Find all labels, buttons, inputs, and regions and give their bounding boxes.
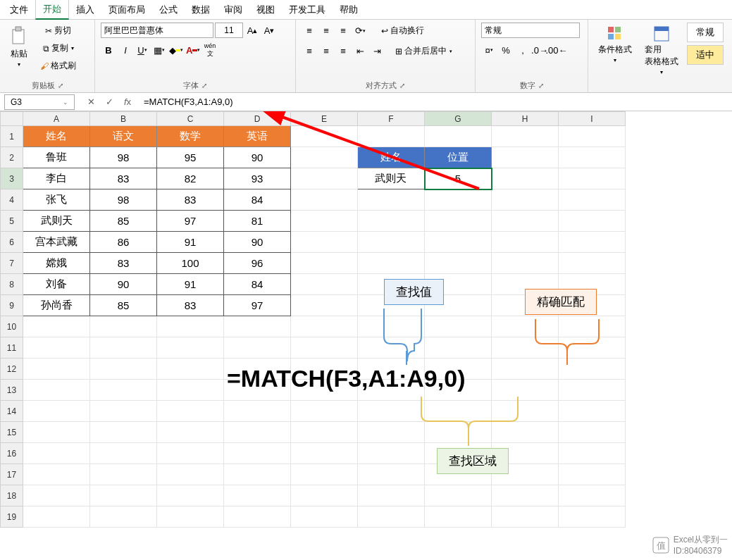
fx-icon[interactable]: fx (120, 94, 135, 110)
cell-B13[interactable] (90, 380, 157, 401)
row-header-12[interactable]: 12 (1, 359, 23, 380)
cell-H1[interactable] (492, 126, 559, 147)
menu-insert[interactable]: 插入 (69, 1, 101, 19)
cell-I19[interactable] (559, 506, 626, 528)
menu-review[interactable]: 审阅 (217, 1, 249, 19)
cell-I1[interactable] (559, 126, 626, 147)
row-header-18[interactable]: 18 (1, 485, 23, 506)
cell-C11[interactable] (157, 337, 224, 359)
cell-A13[interactable] (23, 380, 90, 401)
cell-B15[interactable] (90, 422, 157, 443)
cell-E14[interactable] (291, 401, 358, 422)
cell-H14[interactable] (492, 401, 559, 422)
cell-D11[interactable] (224, 337, 291, 359)
conditional-format-button[interactable]: 条件格式▾ (594, 23, 636, 66)
cell-I12[interactable] (559, 359, 626, 380)
font-launcher-icon[interactable]: ⤢ (201, 82, 207, 89)
cell-style-normal[interactable]: 常规 (687, 23, 724, 42)
menu-help[interactable]: 帮助 (333, 1, 365, 19)
row-header-15[interactable]: 15 (1, 422, 23, 443)
bold-button[interactable]: B (101, 42, 116, 58)
cell-I3[interactable] (559, 168, 626, 189)
cell-F19[interactable] (358, 506, 425, 528)
cancel-formula-icon[interactable]: ✕ (83, 94, 99, 110)
cell-H11[interactable] (492, 337, 559, 359)
format-painter-button[interactable]: 🖌 格式刷 (37, 58, 80, 74)
confirm-formula-icon[interactable]: ✓ (101, 94, 117, 110)
cell-E17[interactable] (291, 464, 358, 485)
cell-D19[interactable] (224, 506, 291, 528)
comma-icon[interactable]: , (515, 42, 531, 58)
cell-C9[interactable]: 83 (157, 295, 224, 316)
menu-layout[interactable]: 页面布局 (101, 1, 152, 19)
cell-B11[interactable] (90, 337, 157, 359)
percent-icon[interactable]: % (498, 42, 514, 58)
currency-icon[interactable]: ¤▾ (481, 42, 497, 58)
cell-D10[interactable] (224, 316, 291, 337)
name-box[interactable]: G3⌄ (4, 94, 75, 110)
row-header-9[interactable]: 9 (1, 295, 23, 316)
cell-I18[interactable] (559, 485, 626, 506)
decrease-font-icon[interactable]: A▾ (261, 23, 277, 38)
cell-I10[interactable] (559, 316, 626, 337)
align-left-icon[interactable]: ≡ (302, 44, 317, 59)
orientation-icon[interactable]: ⟳▾ (352, 23, 368, 39)
increase-font-icon[interactable]: A▴ (244, 23, 260, 38)
menu-data[interactable]: 数据 (185, 1, 217, 19)
cell-H5[interactable] (492, 211, 559, 232)
cell-G11[interactable] (425, 337, 492, 359)
cell-C18[interactable] (157, 485, 224, 506)
cell-B12[interactable] (90, 359, 157, 380)
cell-I6[interactable] (559, 232, 626, 253)
align-launcher-icon[interactable]: ⤢ (399, 82, 405, 89)
menu-view[interactable]: 视图 (249, 1, 282, 19)
formula-input[interactable] (139, 94, 732, 110)
cell-I16[interactable] (559, 443, 626, 464)
cell-A12[interactable] (23, 359, 90, 380)
cell-D18[interactable] (224, 485, 291, 506)
cell-B19[interactable] (90, 506, 157, 528)
cell-E16[interactable] (291, 443, 358, 464)
cell-C10[interactable] (157, 316, 224, 337)
cell-C16[interactable] (157, 443, 224, 464)
cell-F16[interactable] (358, 443, 425, 464)
cell-G10[interactable] (425, 316, 492, 337)
clipboard-launcher-icon[interactable]: ⤢ (58, 82, 63, 89)
cell-H18[interactable] (492, 485, 559, 506)
cell-C13[interactable] (157, 380, 224, 401)
cell-C19[interactable] (157, 506, 224, 528)
align-bottom-icon[interactable]: ≡ (335, 23, 351, 39)
cell-F11[interactable] (358, 337, 425, 359)
row-header-16[interactable]: 16 (1, 443, 23, 464)
cell-style-good[interactable]: 适中 (687, 45, 724, 65)
cell-B10[interactable] (90, 316, 157, 337)
align-right-icon[interactable]: ≡ (335, 44, 351, 59)
cell-F15[interactable] (358, 422, 425, 443)
row-header-13[interactable]: 13 (1, 380, 23, 401)
indent-increase-icon[interactable]: ⇥ (369, 44, 385, 59)
cell-F10[interactable] (358, 316, 425, 337)
cell-D14[interactable] (224, 401, 291, 422)
cell-I17[interactable] (559, 464, 626, 485)
menu-formula[interactable]: 公式 (152, 1, 185, 19)
cell-D9[interactable]: 97 (224, 295, 291, 316)
cell-C12[interactable] (157, 359, 224, 380)
row-header-11[interactable]: 11 (1, 337, 23, 359)
cell-A17[interactable] (23, 464, 90, 485)
cell-B14[interactable] (90, 401, 157, 422)
number-launcher-icon[interactable]: ⤢ (538, 82, 544, 89)
cell-A11[interactable] (23, 337, 90, 359)
cell-B16[interactable] (90, 443, 157, 464)
cell-D16[interactable] (224, 443, 291, 464)
copy-button[interactable]: ⧉ 复制 ▾ (37, 40, 80, 56)
align-top-icon[interactable]: ≡ (302, 23, 317, 39)
align-center-icon[interactable]: ≡ (318, 44, 334, 59)
cell-A15[interactable] (23, 422, 90, 443)
cell-H10[interactable] (492, 316, 559, 337)
cell-A9[interactable]: 孙尚香 (23, 295, 90, 316)
paste-button[interactable]: 粘贴 ▾ (6, 23, 32, 70)
table-format-button[interactable]: 套用 表格格式▾ (640, 23, 683, 78)
cell-G15[interactable] (425, 422, 492, 443)
font-name-select[interactable] (101, 23, 213, 38)
cell-I7[interactable] (559, 253, 626, 274)
